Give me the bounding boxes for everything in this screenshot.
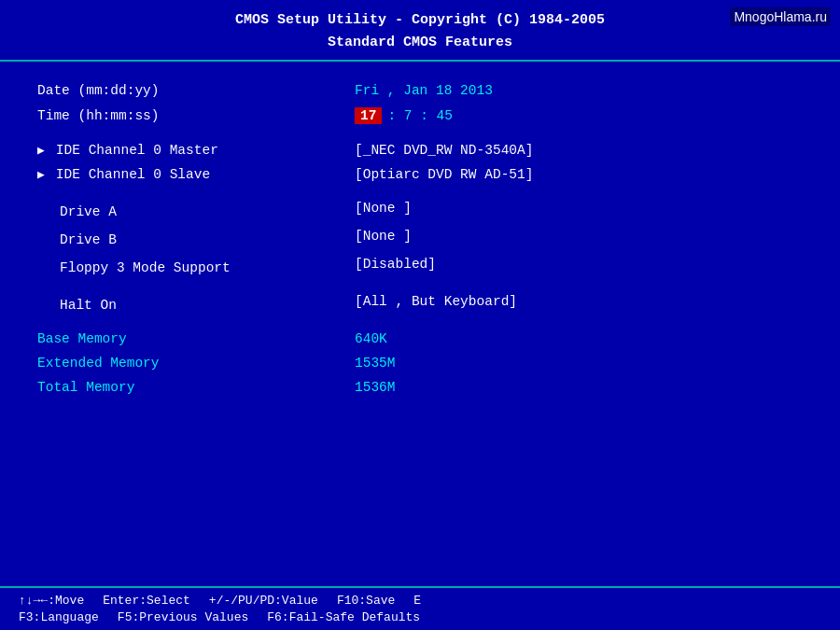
time-value: 17 : 7 : 45 [355, 107, 803, 124]
footer-e: E [413, 594, 421, 608]
time-display: 17 : 7 : 45 [355, 107, 803, 124]
footer-value: +/-/PU/PD:Value [209, 594, 318, 608]
footer-f3: F3:Language [19, 610, 99, 624]
floppy-label: Floppy 3 Mode Support [37, 260, 355, 275]
base-mem-row: Base Memory 640K [37, 327, 803, 351]
date-value: Fri , Jan 18 2013 [355, 83, 803, 98]
ide0-master-row[interactable]: ▶ IDE Channel 0 Master [_NEC DVD_RW ND-3… [37, 138, 803, 162]
footer-row1: ↑↓→←:Move Enter:Select +/-/PU/PD:Value F… [19, 594, 821, 608]
bios-header: CMOS Setup Utility - Copyright (C) 1984-… [0, 0, 840, 62]
footer-move: ↑↓→←:Move [19, 594, 84, 608]
ide0-master-value: [_NEC DVD_RW ND-3540A] [355, 143, 803, 158]
halt-row[interactable]: Halt On [All , But Keyboard] [37, 289, 803, 317]
arrow-icon-2: ▶ [37, 167, 45, 182]
base-mem-value: 640K [355, 331, 803, 346]
drive-a-label: Drive A [37, 204, 355, 219]
halt-label: Halt On [37, 298, 355, 313]
floppy-row[interactable]: Floppy 3 Mode Support [Disabled] [37, 252, 803, 280]
total-mem-value: 1536M [355, 380, 803, 395]
header-line1: CMOS Setup Utility - Copyright (C) 1984-… [19, 9, 821, 32]
time-rest: : 7 : 45 [387, 108, 453, 123]
drive-b-label: Drive B [37, 232, 355, 247]
ide0-slave-label: ▶ IDE Channel 0 Slave [37, 167, 355, 182]
ide0-master-label: ▶ IDE Channel 0 Master [37, 143, 355, 158]
ide0-slave-row[interactable]: ▶ IDE Channel 0 Slave [Optiarc DVD RW AD… [37, 162, 803, 187]
time-row: Time (hh:mm:ss) 17 : 7 : 45 [37, 103, 803, 129]
watermark: MnogoHlama.ru [730, 7, 831, 26]
bios-screen: MnogoHlama.ru CMOS Setup Utility - Copyr… [0, 0, 840, 630]
date-label: Date (mm:dd:yy) [37, 83, 355, 98]
arrow-icon: ▶ [37, 143, 45, 158]
date-row: Date (mm:dd:yy) Fri , Jan 18 2013 [37, 78, 803, 103]
footer-enter: Enter:Select [103, 594, 190, 608]
total-mem-label: Total Memory [37, 380, 355, 395]
footer-f10: F10:Save [337, 594, 395, 608]
header-line2: Standard CMOS Features [19, 32, 821, 54]
footer-row2: F3:Language F5:Previous Values F6:Fail-S… [19, 610, 821, 624]
footer-f5: F5:Previous Values [118, 610, 248, 624]
drive-b-value: [None ] [355, 229, 803, 244]
bios-footer: ↑↓→←:Move Enter:Select +/-/PU/PD:Value F… [0, 586, 840, 630]
main-content: Date (mm:dd:yy) Fri , Jan 18 2013 Time (… [0, 62, 840, 586]
drive-a-value: [None ] [355, 201, 803, 216]
ext-mem-value: 1535M [355, 356, 803, 371]
drive-a-row[interactable]: Drive A [None ] [37, 196, 803, 224]
base-mem-label: Base Memory [37, 331, 355, 346]
ide0-slave-value: [Optiarc DVD RW AD-51] [355, 167, 803, 182]
time-label: Time (hh:mm:ss) [37, 108, 355, 123]
drive-b-row[interactable]: Drive B [None ] [37, 224, 803, 252]
footer-f6: F6:Fail-Safe Defaults [267, 610, 420, 624]
ext-mem-row: Extended Memory 1535M [37, 351, 803, 375]
ext-mem-label: Extended Memory [37, 356, 355, 371]
halt-value: [All , But Keyboard] [355, 294, 803, 309]
floppy-value: [Disabled] [355, 257, 803, 272]
total-mem-row: Total Memory 1536M [37, 375, 803, 399]
time-hour: 17 [355, 107, 382, 124]
